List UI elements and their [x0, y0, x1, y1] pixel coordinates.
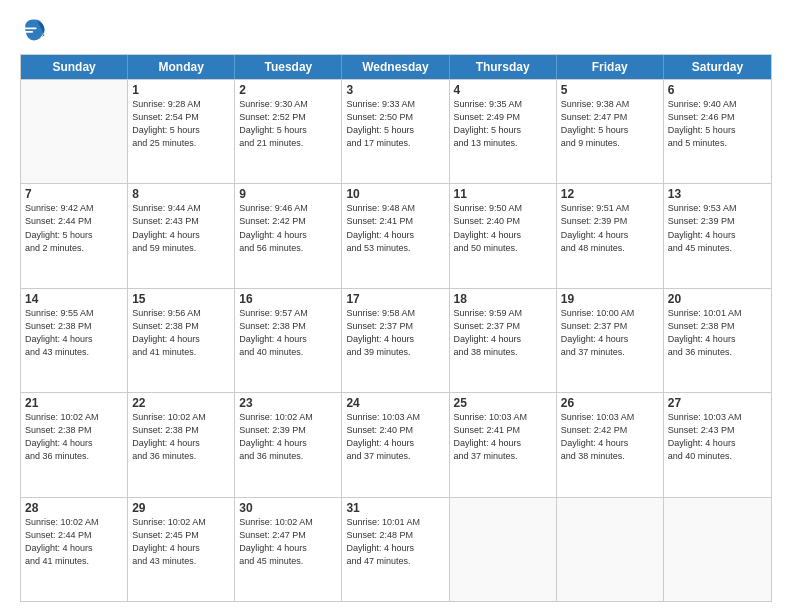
day-number: 31 [346, 501, 444, 515]
day-number: 6 [668, 83, 767, 97]
cal-day-22: 22Sunrise: 10:02 AM Sunset: 2:38 PM Dayl… [128, 393, 235, 496]
cal-day-6: 6Sunrise: 9:40 AM Sunset: 2:46 PM Daylig… [664, 80, 771, 183]
cal-day-3: 3Sunrise: 9:33 AM Sunset: 2:50 PM Daylig… [342, 80, 449, 183]
cal-day-25: 25Sunrise: 10:03 AM Sunset: 2:41 PM Dayl… [450, 393, 557, 496]
day-number: 25 [454, 396, 552, 410]
header [20, 16, 772, 44]
cal-day-2: 2Sunrise: 9:30 AM Sunset: 2:52 PM Daylig… [235, 80, 342, 183]
day-number: 28 [25, 501, 123, 515]
day-info: Sunrise: 10:02 AM Sunset: 2:38 PM Daylig… [132, 411, 230, 463]
day-info: Sunrise: 9:40 AM Sunset: 2:46 PM Dayligh… [668, 98, 767, 150]
day-number: 18 [454, 292, 552, 306]
cal-day-9: 9Sunrise: 9:46 AM Sunset: 2:42 PM Daylig… [235, 184, 342, 287]
cal-day-23: 23Sunrise: 10:02 AM Sunset: 2:39 PM Dayl… [235, 393, 342, 496]
day-info: Sunrise: 9:46 AM Sunset: 2:42 PM Dayligh… [239, 202, 337, 254]
day-info: Sunrise: 9:51 AM Sunset: 2:39 PM Dayligh… [561, 202, 659, 254]
day-number: 2 [239, 83, 337, 97]
day-info: Sunrise: 10:02 AM Sunset: 2:38 PM Daylig… [25, 411, 123, 463]
day-info: Sunrise: 9:35 AM Sunset: 2:49 PM Dayligh… [454, 98, 552, 150]
day-number: 3 [346, 83, 444, 97]
day-info: Sunrise: 9:57 AM Sunset: 2:38 PM Dayligh… [239, 307, 337, 359]
cal-day-4: 4Sunrise: 9:35 AM Sunset: 2:49 PM Daylig… [450, 80, 557, 183]
cal-day-12: 12Sunrise: 9:51 AM Sunset: 2:39 PM Dayli… [557, 184, 664, 287]
cal-header-sunday: Sunday [21, 55, 128, 79]
day-info: Sunrise: 10:00 AM Sunset: 2:37 PM Daylig… [561, 307, 659, 359]
day-info: Sunrise: 9:56 AM Sunset: 2:38 PM Dayligh… [132, 307, 230, 359]
day-number: 24 [346, 396, 444, 410]
day-info: Sunrise: 9:48 AM Sunset: 2:41 PM Dayligh… [346, 202, 444, 254]
day-info: Sunrise: 9:42 AM Sunset: 2:44 PM Dayligh… [25, 202, 123, 254]
cal-week-4: 21Sunrise: 10:02 AM Sunset: 2:38 PM Dayl… [21, 392, 771, 496]
day-info: Sunrise: 9:55 AM Sunset: 2:38 PM Dayligh… [25, 307, 123, 359]
cal-empty-cell [557, 498, 664, 601]
day-info: Sunrise: 10:02 AM Sunset: 2:47 PM Daylig… [239, 516, 337, 568]
cal-day-5: 5Sunrise: 9:38 AM Sunset: 2:47 PM Daylig… [557, 80, 664, 183]
day-number: 7 [25, 187, 123, 201]
day-info: Sunrise: 9:33 AM Sunset: 2:50 PM Dayligh… [346, 98, 444, 150]
cal-day-29: 29Sunrise: 10:02 AM Sunset: 2:45 PM Dayl… [128, 498, 235, 601]
day-number: 29 [132, 501, 230, 515]
day-info: Sunrise: 10:01 AM Sunset: 2:38 PM Daylig… [668, 307, 767, 359]
day-number: 20 [668, 292, 767, 306]
day-number: 23 [239, 396, 337, 410]
cal-day-15: 15Sunrise: 9:56 AM Sunset: 2:38 PM Dayli… [128, 289, 235, 392]
day-number: 12 [561, 187, 659, 201]
cal-day-7: 7Sunrise: 9:42 AM Sunset: 2:44 PM Daylig… [21, 184, 128, 287]
cal-week-3: 14Sunrise: 9:55 AM Sunset: 2:38 PM Dayli… [21, 288, 771, 392]
day-number: 17 [346, 292, 444, 306]
day-number: 11 [454, 187, 552, 201]
cal-week-2: 7Sunrise: 9:42 AM Sunset: 2:44 PM Daylig… [21, 183, 771, 287]
cal-day-10: 10Sunrise: 9:48 AM Sunset: 2:41 PM Dayli… [342, 184, 449, 287]
day-info: Sunrise: 9:28 AM Sunset: 2:54 PM Dayligh… [132, 98, 230, 150]
day-info: Sunrise: 10:02 AM Sunset: 2:44 PM Daylig… [25, 516, 123, 568]
cal-header-thursday: Thursday [450, 55, 557, 79]
day-info: Sunrise: 9:44 AM Sunset: 2:43 PM Dayligh… [132, 202, 230, 254]
cal-day-13: 13Sunrise: 9:53 AM Sunset: 2:39 PM Dayli… [664, 184, 771, 287]
cal-day-1: 1Sunrise: 9:28 AM Sunset: 2:54 PM Daylig… [128, 80, 235, 183]
cal-day-14: 14Sunrise: 9:55 AM Sunset: 2:38 PM Dayli… [21, 289, 128, 392]
day-info: Sunrise: 10:02 AM Sunset: 2:39 PM Daylig… [239, 411, 337, 463]
day-number: 19 [561, 292, 659, 306]
day-info: Sunrise: 10:03 AM Sunset: 2:42 PM Daylig… [561, 411, 659, 463]
cal-header-saturday: Saturday [664, 55, 771, 79]
cal-header-tuesday: Tuesday [235, 55, 342, 79]
day-number: 4 [454, 83, 552, 97]
cal-day-8: 8Sunrise: 9:44 AM Sunset: 2:43 PM Daylig… [128, 184, 235, 287]
day-info: Sunrise: 10:01 AM Sunset: 2:48 PM Daylig… [346, 516, 444, 568]
cal-day-20: 20Sunrise: 10:01 AM Sunset: 2:38 PM Dayl… [664, 289, 771, 392]
day-number: 10 [346, 187, 444, 201]
day-info: Sunrise: 9:50 AM Sunset: 2:40 PM Dayligh… [454, 202, 552, 254]
day-info: Sunrise: 10:03 AM Sunset: 2:41 PM Daylig… [454, 411, 552, 463]
day-number: 5 [561, 83, 659, 97]
page: SundayMondayTuesdayWednesdayThursdayFrid… [0, 0, 792, 612]
cal-day-26: 26Sunrise: 10:03 AM Sunset: 2:42 PM Dayl… [557, 393, 664, 496]
cal-empty-cell [450, 498, 557, 601]
day-number: 22 [132, 396, 230, 410]
logo [20, 16, 54, 44]
day-number: 30 [239, 501, 337, 515]
day-info: Sunrise: 10:02 AM Sunset: 2:45 PM Daylig… [132, 516, 230, 568]
cal-empty-cell [664, 498, 771, 601]
calendar-header-row: SundayMondayTuesdayWednesdayThursdayFrid… [21, 55, 771, 79]
cal-header-monday: Monday [128, 55, 235, 79]
cal-day-28: 28Sunrise: 10:02 AM Sunset: 2:44 PM Dayl… [21, 498, 128, 601]
day-info: Sunrise: 9:58 AM Sunset: 2:37 PM Dayligh… [346, 307, 444, 359]
day-number: 16 [239, 292, 337, 306]
logo-icon [20, 16, 48, 44]
day-info: Sunrise: 10:03 AM Sunset: 2:40 PM Daylig… [346, 411, 444, 463]
day-info: Sunrise: 9:38 AM Sunset: 2:47 PM Dayligh… [561, 98, 659, 150]
svg-rect-1 [24, 31, 33, 33]
cal-day-27: 27Sunrise: 10:03 AM Sunset: 2:43 PM Dayl… [664, 393, 771, 496]
day-number: 14 [25, 292, 123, 306]
cal-week-1: 1Sunrise: 9:28 AM Sunset: 2:54 PM Daylig… [21, 79, 771, 183]
day-info: Sunrise: 9:53 AM Sunset: 2:39 PM Dayligh… [668, 202, 767, 254]
cal-empty-cell [21, 80, 128, 183]
day-number: 9 [239, 187, 337, 201]
day-number: 8 [132, 187, 230, 201]
day-info: Sunrise: 9:30 AM Sunset: 2:52 PM Dayligh… [239, 98, 337, 150]
day-info: Sunrise: 10:03 AM Sunset: 2:43 PM Daylig… [668, 411, 767, 463]
cal-day-31: 31Sunrise: 10:01 AM Sunset: 2:48 PM Dayl… [342, 498, 449, 601]
cal-day-24: 24Sunrise: 10:03 AM Sunset: 2:40 PM Dayl… [342, 393, 449, 496]
cal-header-friday: Friday [557, 55, 664, 79]
day-number: 26 [561, 396, 659, 410]
